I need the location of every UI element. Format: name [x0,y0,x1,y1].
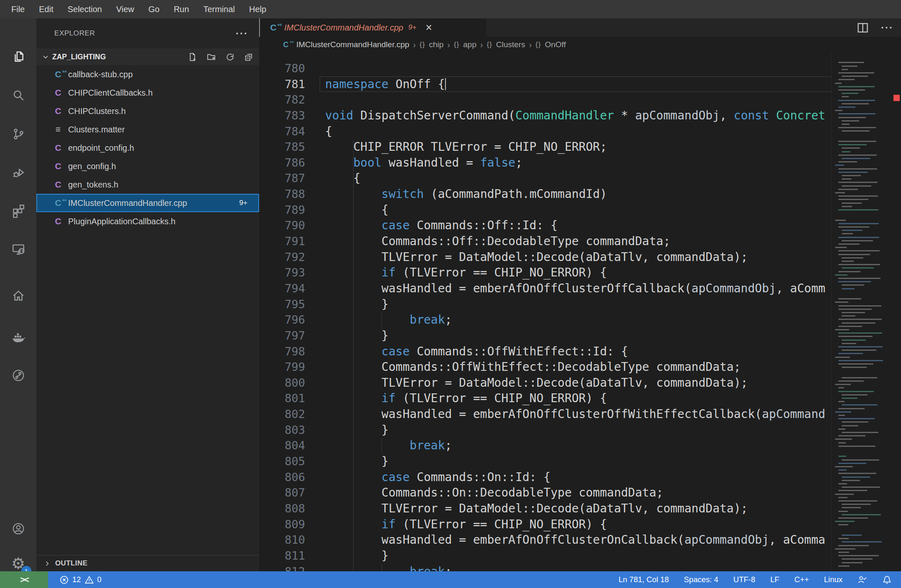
remote-indicator[interactable]: >< [0,571,48,588]
code-line-804[interactable]: 804 break; [259,438,832,454]
code-text [305,92,325,108]
accounts-icon[interactable] [0,514,36,544]
code-line-789[interactable]: 789 { [259,202,832,218]
code-line-792[interactable]: 792 TLVError = DataModel::Decode(aDataTl… [259,249,832,265]
code-line-799[interactable]: 799 Commands::OffWithEffect::DecodableTy… [259,359,832,375]
file-row-PluginApplicationCallbacks.h[interactable]: CPluginApplicationCallbacks.h [36,212,259,231]
code-line-805[interactable]: 805 } [259,454,832,469]
code-line-801[interactable]: 801 if (TLVError == CHIP_NO_ERROR) { [259,390,832,406]
menu-item-run[interactable]: Run [167,0,196,18]
file-row-gen_tokens.h[interactable]: Cgen_tokens.h [36,175,259,194]
code-line-809[interactable]: 809 if (TLVError == CHIP_NO_ERROR) { [259,517,832,532]
code-line-807[interactable]: 807 Commands::On::DecodableType commandD… [259,485,832,501]
editor-more-icon[interactable]: ··· [881,22,893,33]
code-line-794[interactable]: 794 wasHandled = emberAfOnOffClusterOffC… [259,281,832,297]
status-eol-indicator[interactable]: LF [770,575,779,584]
minimap-line [835,384,851,385]
status-cursor-position[interactable]: Ln 781, Col 18 [618,575,669,584]
split-editor-icon[interactable] [857,22,868,33]
collapse-all-icon[interactable] [244,53,253,61]
breadcrumb-item-app[interactable]: app [463,40,476,49]
new-file-icon[interactable] [188,53,197,61]
code-line-783[interactable]: 783void DispatchServerCommand(CommandHan… [259,108,832,124]
breadcrumb-item-chip[interactable]: chip [429,40,443,49]
bell-icon[interactable] [882,575,892,585]
file-row-Clusters.matter[interactable]: ≡Clusters.matter [36,120,259,139]
new-folder-icon[interactable] [207,53,216,61]
menu-item-selection[interactable]: Selection [61,0,109,18]
menu-item-go[interactable]: Go [141,0,167,18]
menu-item-view[interactable]: View [109,0,141,18]
breadcrumb-item-onoff[interactable]: OnOff [545,40,566,49]
code-area[interactable]: 780781namespace OnOff {782783void Dispat… [259,53,832,571]
code-line-782[interactable]: 782 [259,92,832,108]
home-icon[interactable] [0,280,36,310]
code-line-791[interactable]: 791 Commands::Off::DecodableType command… [259,233,832,249]
file-row-CHIPClientCallbacks.h[interactable]: CCHIPClientCallbacks.h [36,84,259,102]
code-line-810[interactable]: 810 wasHandled = emberAfOnOffClusterOnCa… [259,532,832,548]
code-line-795[interactable]: 795 } [259,297,832,312]
tab-imclustercommandhandler[interactable]: C++ IMClusterCommandHandler.cpp 9+ × [260,18,486,37]
menu-item-file[interactable]: File [4,0,32,18]
overview-ruler-scrollbar[interactable] [891,53,901,571]
minimap[interactable] [831,53,891,571]
breadcrumb-file[interactable]: IMClusterCommandHandler.cpp [296,40,409,49]
code-line-781[interactable]: 781namespace OnOff { [259,76,832,92]
code-line-787[interactable]: 787 { [259,170,832,186]
code-line-797[interactable]: 797 } [259,328,832,344]
code-line-811[interactable]: 811 } [259,548,832,564]
docker-icon[interactable] [0,322,36,352]
problems-indicator[interactable]: 12 0 [60,575,102,584]
code-line-785[interactable]: 785 CHIP_ERROR TLVError = CHIP_NO_ERROR; [259,139,832,155]
code-token: } [325,329,389,342]
search-icon[interactable] [0,81,36,111]
code-token: break [410,438,445,452]
code-line-786[interactable]: 786 bool wasHandled = false; [259,155,832,171]
file-name: endpoint_config.h [68,143,134,153]
code-line-806[interactable]: 806 case Commands::On::Id: { [259,469,832,485]
outline-section[interactable]: OUTLINE [36,555,259,571]
code-line-796[interactable]: 796 break; [259,312,832,328]
status-os-indicator[interactable]: Linux [824,575,842,584]
folder-section-header[interactable]: ZAP_LIGHTING [36,48,259,65]
code-line-808[interactable]: 808 TLVError = DataModel::Decode(aDataTl… [259,501,832,517]
code-line-800[interactable]: 800 TLVError = DataModel::Decode(aDataTl… [259,375,832,391]
breadcrumb-item-clusters[interactable]: Clusters [496,40,525,49]
code-line-784[interactable]: 784{ [259,124,832,139]
code-line-780[interactable]: 780 [259,61,832,76]
explorer-icon[interactable] [0,42,36,72]
code-line-798[interactable]: 798 case Commands::OffWithEffect::Id: { [259,344,832,360]
file-row-CHIPClusters.h[interactable]: CCHIPClusters.h [36,102,259,120]
close-icon[interactable]: × [425,22,432,33]
code-line-803[interactable]: 803 } [259,422,832,438]
status-indent-setting[interactable]: Spaces: 4 [684,575,718,584]
gitlens-icon[interactable] [0,360,36,390]
file-row-IMClusterCommandHandler.cpp[interactable]: C++IMClusterCommandHandler.cpp9+ [36,194,259,212]
code-line-788[interactable]: 788 switch (aCommandPath.mCommandId) [259,186,832,202]
feedback-icon[interactable] [858,575,867,585]
status-language-mode[interactable]: C++ [794,575,809,584]
file-type-h-icon: C [51,143,65,153]
code-text: break; [305,564,452,572]
menu-item-terminal[interactable]: Terminal [196,0,242,18]
explorer-more-icon[interactable]: ··· [236,28,248,39]
run-debug-icon[interactable] [0,157,36,188]
file-row-gen_config.h[interactable]: Cgen_config.h [36,157,259,175]
refresh-icon[interactable] [226,53,234,61]
menu-item-help[interactable]: Help [242,0,273,18]
minimap-line [835,165,844,166]
extensions-icon[interactable] [0,196,36,226]
file-row-endpoint_config.h[interactable]: Cendpoint_config.h [36,139,259,157]
code-line-793[interactable]: 793 if (TLVError == CHIP_NO_ERROR) { [259,265,832,281]
file-row-callback-stub.cpp[interactable]: C++callback-stub.cpp [36,65,259,84]
status-encoding[interactable]: UTF-8 [733,575,755,584]
minimap-line [842,233,853,234]
source-control-icon[interactable] [0,119,36,149]
minimap-line [838,62,864,63]
code-line-812[interactable]: 812 break; [259,564,832,572]
remote-explorer-icon[interactable] [0,234,36,264]
menu-item-edit[interactable]: Edit [32,0,60,18]
warning-count: 0 [97,575,102,584]
code-line-802[interactable]: 802 wasHandled = emberAfOnOffClusterOffW… [259,406,832,422]
code-line-790[interactable]: 790 case Commands::Off::Id: { [259,218,832,233]
